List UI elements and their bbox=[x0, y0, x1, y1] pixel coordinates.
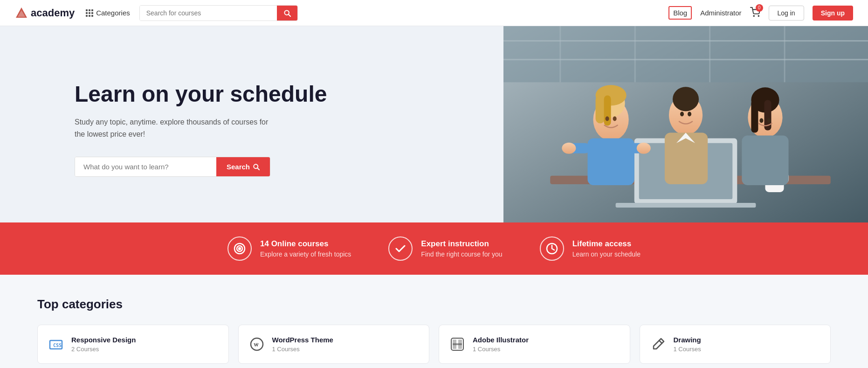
categories-section: Top categories CSS Responsive Design 2 C… bbox=[0, 275, 868, 368]
svg-rect-10 bbox=[503, 40, 868, 42]
svg-rect-35 bbox=[665, 133, 708, 184]
banner-access-title: Lifetime access bbox=[572, 239, 641, 249]
svg-point-45 bbox=[688, 111, 691, 116]
target-icon bbox=[227, 236, 252, 261]
category-count-drawing: 1 Courses bbox=[674, 346, 701, 353]
hero-image bbox=[503, 26, 868, 222]
hero-title: Learn on your schedule bbox=[75, 81, 466, 107]
adobe-illustrator-icon bbox=[448, 335, 466, 353]
grid-icon bbox=[86, 9, 93, 17]
svg-rect-13 bbox=[634, 26, 636, 82]
category-count-responsive: 2 Courses bbox=[71, 346, 136, 353]
cart-badge: 0 bbox=[756, 4, 763, 12]
svg-point-32 bbox=[637, 143, 651, 154]
svg-line-61 bbox=[659, 340, 662, 343]
categories-nav-item[interactable]: Categories bbox=[86, 9, 130, 17]
hero-subtitle: Study any topic, anytime. explore thousa… bbox=[75, 116, 270, 140]
svg-point-46 bbox=[759, 118, 763, 123]
svg-text:CSS: CSS bbox=[53, 343, 62, 348]
blog-nav-item[interactable]: Blog bbox=[668, 6, 692, 20]
red-banner: 14 Online courses Explore a variety of f… bbox=[0, 222, 868, 275]
nav-right: Blog Administrator 0 Log in Sign up bbox=[668, 6, 853, 21]
svg-point-5 bbox=[758, 15, 759, 16]
svg-point-44 bbox=[680, 111, 684, 116]
category-name-wordpress: WordPress Theme bbox=[272, 336, 333, 344]
navbar-search-button[interactable] bbox=[277, 6, 297, 21]
svg-point-34 bbox=[673, 87, 699, 111]
banner-instruction-sub: Find the right course for you bbox=[421, 250, 502, 258]
svg-line-7 bbox=[258, 168, 260, 170]
drawing-icon bbox=[649, 335, 667, 353]
hero-search-button[interactable]: Search bbox=[216, 157, 270, 176]
hero-search-input[interactable] bbox=[75, 157, 216, 176]
category-count-wordpress: 1 Courses bbox=[272, 346, 333, 353]
svg-rect-14 bbox=[709, 26, 710, 82]
banner-access-sub: Learn on your schedule bbox=[572, 250, 641, 258]
svg-rect-11 bbox=[503, 59, 868, 60]
category-name-responsive: Responsive Design bbox=[71, 336, 136, 344]
categories-section-title: Top categories bbox=[37, 297, 831, 312]
checkmark-icon bbox=[388, 236, 413, 261]
hero-content: Learn on your schedule Study any topic, … bbox=[0, 26, 503, 222]
svg-point-50 bbox=[239, 248, 241, 250]
banner-item-instruction: Expert instruction Find the right course… bbox=[388, 236, 502, 261]
svg-rect-19 bbox=[616, 203, 756, 208]
svg-point-4 bbox=[753, 15, 754, 16]
svg-rect-41 bbox=[742, 136, 788, 185]
signup-button[interactable]: Sign up bbox=[813, 6, 853, 21]
banner-courses-title: 14 Online courses bbox=[260, 239, 351, 249]
category-card-illustrator[interactable]: Adobe Illustrator 1 Courses bbox=[439, 325, 630, 364]
svg-point-56 bbox=[255, 343, 258, 346]
hero-search-bar: Search bbox=[75, 157, 270, 177]
hero-section: Learn on your schedule Study any topic, … bbox=[0, 26, 868, 222]
banner-item-courses: 14 Online courses Explore a variety of f… bbox=[227, 236, 351, 261]
logo-text: academy bbox=[31, 7, 75, 19]
svg-rect-27 bbox=[604, 95, 611, 125]
banner-item-access: Lifetime access Learn on your schedule bbox=[540, 236, 641, 261]
svg-rect-9 bbox=[503, 26, 868, 82]
wordpress-icon: W bbox=[248, 335, 266, 353]
navbar-search-input[interactable] bbox=[140, 6, 277, 21]
svg-rect-60 bbox=[453, 343, 462, 345]
categories-label: Categories bbox=[96, 9, 130, 17]
svg-point-43 bbox=[613, 117, 617, 121]
category-name-illustrator: Adobe Illustrator bbox=[473, 336, 529, 344]
svg-point-47 bbox=[767, 118, 771, 123]
logo[interactable]: academy bbox=[15, 7, 75, 20]
clock-icon bbox=[540, 236, 564, 261]
category-card-responsive[interactable]: CSS Responsive Design 2 Courses bbox=[37, 325, 229, 364]
svg-rect-12 bbox=[559, 26, 561, 82]
category-card-drawing[interactable]: Drawing 1 Courses bbox=[640, 325, 831, 364]
cart-icon-wrapper[interactable]: 0 bbox=[750, 7, 760, 19]
categories-grid: CSS Responsive Design 2 Courses W WordPr… bbox=[37, 325, 831, 364]
category-count-illustrator: 1 Courses bbox=[473, 346, 529, 353]
hero-photo-svg bbox=[503, 26, 868, 222]
navbar: academy Categories Blog Administrator 0 bbox=[0, 0, 868, 26]
hero-search-label: Search bbox=[227, 163, 250, 171]
banner-courses-sub: Explore a variety of fresh topics bbox=[260, 250, 351, 258]
admin-nav-item[interactable]: Administrator bbox=[700, 9, 741, 17]
svg-rect-15 bbox=[784, 26, 785, 82]
svg-point-30 bbox=[562, 143, 576, 154]
navbar-search-bar bbox=[139, 5, 298, 21]
svg-point-42 bbox=[606, 117, 609, 121]
svg-rect-39 bbox=[751, 100, 758, 132]
category-card-wordpress[interactable]: W WordPress Theme 1 Courses bbox=[238, 325, 430, 364]
category-name-drawing: Drawing bbox=[674, 336, 701, 344]
banner-instruction-title: Expert instruction bbox=[421, 239, 502, 249]
svg-line-3 bbox=[289, 14, 290, 16]
svg-rect-26 bbox=[595, 95, 605, 123]
login-button[interactable]: Log in bbox=[769, 6, 804, 21]
responsive-design-icon: CSS bbox=[47, 335, 65, 353]
